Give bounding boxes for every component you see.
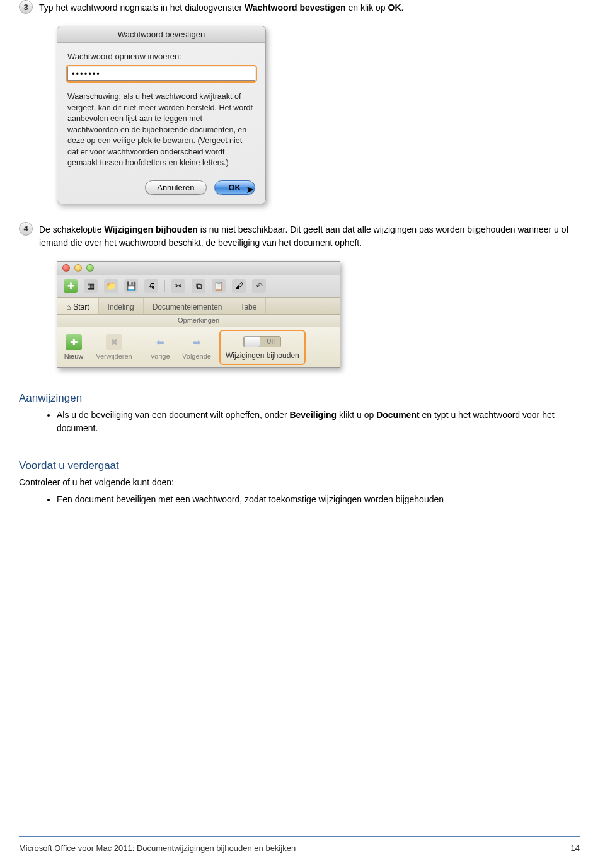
toggle-label-off: UIT: [267, 338, 277, 345]
ribbon-vorige[interactable]: ⬅ Vorige: [144, 327, 176, 367]
text-bold: Beveiliging: [289, 410, 337, 420]
tab-start[interactable]: ⌂Start: [57, 298, 99, 314]
step-number-4: 4: [19, 222, 33, 236]
step-number-3: 3: [19, 0, 33, 14]
ribbon-group-label: Opmerkingen: [57, 315, 340, 327]
step-4: 4 De schakeloptie Wijzigingen bijhouden …: [19, 222, 580, 250]
password-dialog-figure: Wachtwoord bevestigen Wachtwoord opnieuw…: [57, 26, 580, 204]
copy-icon[interactable]: ⧉: [192, 279, 205, 293]
delete-icon: ✖: [106, 334, 122, 350]
layout-icon[interactable]: ▦: [84, 279, 98, 293]
new-doc-icon[interactable]: ✚: [64, 279, 78, 293]
ribbon-nieuw[interactable]: ✚ Nieuw: [57, 327, 90, 367]
print-icon[interactable]: 🖨: [144, 279, 158, 293]
text: klikt u op: [337, 410, 376, 420]
label: Verwijderen: [96, 352, 132, 360]
cut-icon[interactable]: ✂: [171, 279, 185, 293]
page-number: 14: [571, 843, 580, 853]
label: Vorige: [150, 352, 170, 360]
track-changes-toggle[interactable]: UIT: [243, 336, 281, 347]
footer-title: Microsoft Office voor Mac 2011: Document…: [19, 843, 296, 853]
step-3-text: Typ het wachtwoord nogmaals in het dialo…: [39, 0, 403, 14]
toggle-knob: [244, 336, 260, 347]
text: en klik op: [346, 3, 388, 13]
tab-label: Start: [73, 303, 89, 311]
minimize-icon[interactable]: [74, 264, 82, 272]
home-icon: ⌂: [66, 303, 71, 311]
password-label: Wachtwoord opnieuw invoeren:: [67, 52, 255, 61]
paste-icon[interactable]: 📋: [212, 279, 226, 293]
ok-button[interactable]: OK: [214, 180, 256, 195]
text-bold: Wachtwoord bevestigen: [245, 3, 346, 13]
ribbon-figure: ✚ ▦ 📁 💾 🖨 ✂ ⧉ 📋 🖌 ↶ ⌂Start Indeling Docu…: [57, 261, 580, 368]
cancel-button[interactable]: Annuleren: [145, 180, 206, 195]
label: Nieuw: [64, 352, 84, 360]
plus-icon: ✚: [66, 334, 82, 350]
password-warning-text: Waarschuwing: als u het wachtwoord kwijt…: [67, 91, 255, 169]
wijz-label: Wijzigingen bijhouden: [226, 351, 299, 360]
step-3: 3 Typ het wachtwoord nogmaals in het dia…: [19, 0, 580, 14]
text: De schakeloptie: [39, 224, 105, 234]
ribbon-verwijderen[interactable]: ✖ Verwijderen: [90, 327, 138, 367]
format-painter-icon[interactable]: 🖌: [232, 279, 246, 293]
list-item: Als u de beveiliging van een document wi…: [57, 408, 580, 436]
label: Volgende: [182, 352, 211, 360]
text-bold: Document: [376, 410, 419, 420]
open-icon[interactable]: 📁: [104, 279, 118, 293]
dialog-title: Wachtwoord bevestigen: [57, 26, 265, 43]
hints-list: Als u de beveiliging van een document wi…: [57, 408, 580, 436]
quick-access-toolbar: ✚ ▦ 📁 💾 🖨 ✂ ⧉ 📋 🖌 ↶: [57, 275, 340, 297]
page-footer: Microsoft Office voor Mac 2011: Document…: [19, 836, 580, 853]
password-input-highlight: [66, 65, 257, 83]
ribbon-tabs: ⌂Start Indeling Documentelementen Tabe: [57, 297, 340, 315]
wijzigingen-bijhouden-group[interactable]: UIT Wijzigingen bijhouden: [219, 330, 306, 365]
before-continue-heading: Voordat u verdergaat: [19, 460, 580, 472]
hints-heading: Aanwijzingen: [19, 392, 580, 405]
tab-tabellen[interactable]: Tabe: [231, 298, 266, 314]
text-bold: Wijzigingen bijhouden: [105, 224, 198, 234]
before-continue-lead: Controleer of u het volgende kunt doen:: [19, 476, 580, 489]
password-input[interactable]: [67, 67, 255, 81]
list-item: Een document beveiligen met een wachtwoo…: [57, 493, 580, 507]
text-bold: OK: [388, 3, 401, 13]
step-4-text: De schakeloptie Wijzigingen bijhouden is…: [39, 222, 580, 250]
ribbon-body: ✚ Nieuw ✖ Verwijderen ⬅ Vorige ➡ Volgend…: [57, 327, 340, 367]
zoom-icon[interactable]: [86, 264, 94, 272]
tab-documentelementen[interactable]: Documentelementen: [144, 298, 232, 314]
text: .: [401, 3, 404, 13]
arrow-right-icon: ➡: [188, 334, 205, 350]
ribbon-volgende[interactable]: ➡ Volgende: [176, 327, 217, 367]
ribbon-window: ✚ ▦ 📁 💾 🖨 ✂ ⧉ 📋 🖌 ↶ ⌂Start Indeling Docu…: [57, 261, 340, 368]
text: Typ het wachtwoord nogmaals in het dialo…: [39, 3, 245, 13]
undo-icon[interactable]: ↶: [252, 279, 266, 293]
tab-indeling[interactable]: Indeling: [99, 298, 144, 314]
arrow-left-icon: ⬅: [152, 334, 168, 350]
titlebar: [57, 262, 340, 275]
separator: [141, 332, 141, 362]
password-confirm-dialog: Wachtwoord bevestigen Wachtwoord opnieuw…: [57, 26, 266, 204]
save-icon[interactable]: 💾: [124, 279, 138, 293]
close-icon[interactable]: [62, 264, 70, 272]
text: Als u de beveiliging van een document wi…: [57, 410, 289, 420]
before-continue-list: Een document beveiligen met een wachtwoo…: [57, 493, 580, 507]
